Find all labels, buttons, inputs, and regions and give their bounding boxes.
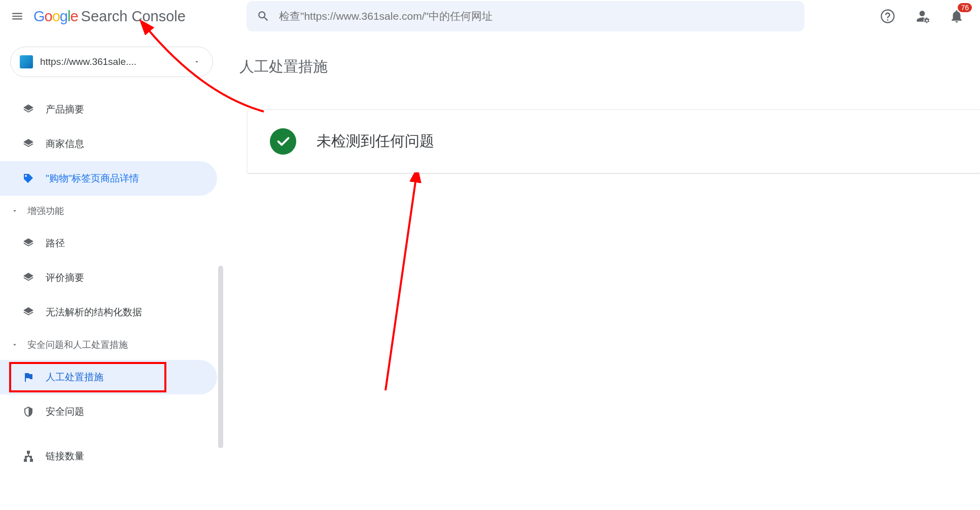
chevron-down-icon [11, 207, 21, 214]
chevron-down-icon [11, 341, 21, 348]
nav-label: 产品摘要 [46, 103, 84, 116]
layers-icon [22, 306, 36, 318]
nav-label: 商家信息 [46, 137, 84, 151]
layers-icon [22, 138, 36, 150]
success-check-icon [270, 128, 296, 155]
sidebar-scrollbar[interactable] [218, 266, 223, 448]
property-selector[interactable]: https://www.361sale.... [10, 47, 213, 77]
nav-group-label: 增强功能 [27, 205, 64, 217]
layers-icon [22, 237, 36, 249]
help-icon [880, 9, 895, 24]
main-content: 人工处置措施 未检测到任何问题 [223, 32, 980, 510]
google-logo-text: Google [33, 8, 78, 25]
flag-icon [22, 371, 36, 383]
person-gear-icon [914, 8, 930, 24]
nav-label: 评价摘要 [46, 271, 84, 284]
nav-group-label: 安全问题和人工处置措施 [27, 339, 128, 351]
header-bar: Google Search Console 76 [0, 0, 980, 32]
account-settings-button[interactable] [912, 6, 932, 26]
nav-merchant-info[interactable]: 商家信息 [0, 127, 217, 161]
sitemap-icon [22, 450, 36, 462]
nav-label: 链接数量 [46, 450, 84, 463]
shield-icon [22, 406, 36, 418]
nav-group-enhance[interactable]: 增强功能 [0, 196, 223, 226]
product-logo[interactable]: Google Search Console [33, 8, 186, 25]
nav-label: 安全问题 [46, 405, 84, 418]
nav-links[interactable]: 链接数量 [0, 439, 217, 473]
nav-label: 无法解析的结构化数据 [46, 306, 142, 319]
property-label: https://www.361sale.... [40, 56, 136, 67]
status-text: 未检测到任何问题 [317, 131, 434, 152]
search-icon [257, 10, 270, 23]
notifications-badge: 76 [958, 3, 972, 12]
header-actions: 76 [878, 6, 972, 26]
notifications-button[interactable]: 76 [947, 6, 967, 26]
nav-security-issues[interactable]: 安全问题 [0, 394, 217, 429]
main-menu-button[interactable] [5, 4, 29, 28]
url-inspect-input[interactable] [279, 10, 794, 22]
help-button[interactable] [878, 6, 898, 26]
chevron-down-icon [193, 58, 200, 65]
nav-breadcrumbs[interactable]: 路径 [0, 226, 217, 261]
nav-group-security[interactable]: 安全问题和人工处置措施 [0, 330, 223, 360]
sidebar: https://www.361sale.... 产品摘要 商家信息 "购物"标签… [0, 32, 223, 510]
layers-icon [22, 272, 36, 284]
nav-label: 人工处置措施 [46, 371, 103, 384]
hamburger-icon [11, 10, 24, 23]
nav-label: "购物"标签页商品详情 [46, 172, 139, 185]
nav-shopping-listings[interactable]: "购物"标签页商品详情 [0, 161, 217, 196]
nav-label: 路径 [46, 237, 65, 250]
status-card: 未检测到任何问题 [248, 110, 980, 173]
nav-review-snippets[interactable]: 评价摘要 [0, 261, 217, 295]
nav-unparsable-structured-data[interactable]: 无法解析的结构化数据 [0, 295, 217, 330]
nav-manual-actions[interactable]: 人工处置措施 [0, 360, 217, 394]
page-title: 人工处置措施 [239, 57, 980, 77]
layers-icon [22, 103, 36, 116]
property-favicon [20, 55, 33, 68]
nav-product-snapshot[interactable]: 产品摘要 [0, 92, 217, 127]
url-inspect-search[interactable] [247, 1, 804, 31]
product-name: Search Console [81, 8, 186, 25]
tag-icon [22, 172, 36, 185]
